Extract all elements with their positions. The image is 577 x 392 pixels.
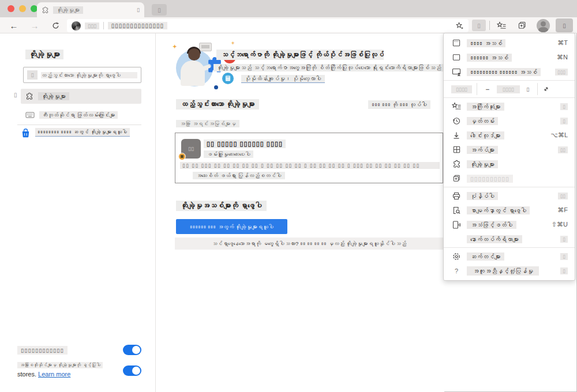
menu-item-new-tab[interactable]: ▯▯▯▯ အသစ် ⌘T: [444, 36, 575, 50]
refresh-button[interactable]: [48, 19, 62, 32]
menu-item-label: စာမျက်နှာတွင် ရှာဖွေပါ: [467, 206, 530, 214]
menu-item-label: တိုးချဲ့မှုများ: [467, 160, 498, 168]
tab-close-icon[interactable]: ▯: [137, 7, 140, 13]
print-icon: [451, 191, 462, 201]
sidebar-item-extensions[interactable]: တိုးချဲ့မှုများ: [21, 89, 141, 104]
hero-learn-more-link[interactable]: ပိုမိုထိန်းချုပ်မှု၊ ပိုမိုလေ့လာပါ: [241, 75, 325, 83]
discover-heading: တိုးချဲ့မှုအသစ်များကို ရှာဖွေပါ: [176, 201, 267, 211]
collections-icon: [518, 21, 527, 30]
stores-text: stores.: [17, 371, 36, 378]
menu-divider: [444, 247, 575, 248]
menu-shortcut: ⌘F: [557, 206, 568, 214]
allow-other-stores-label-line2: stores. Learn more: [17, 371, 70, 378]
menu-item-collections[interactable]: ▯▯▯▯▯▯▯▯▯▯: [444, 171, 575, 186]
search-box[interactable]: ▯: [23, 67, 141, 83]
laptop-icon: [199, 43, 212, 51]
menu-item-help-and-feedback[interactable]: ? အကူအညီနှင့်တုံ့ပြန်မှု ▯: [444, 263, 575, 278]
menu-shortcut: ▯: [560, 118, 568, 125]
titlebar: တိုးချဲ့မှုများ ▯ ▯: [0, 0, 577, 17]
sidebar-item-label: တိုးချဲ့မှုများ: [38, 92, 69, 100]
submenu-arrow: ▯: [560, 236, 568, 243]
address-divider: [103, 22, 104, 29]
menu-item-find-on-page[interactable]: စာမျက်နှာတွင် ရှာဖွေပါ ⌘F: [444, 203, 575, 217]
view-control[interactable]: ▯▯▯ ▯▯▯ ကို ▯▯▯ လုပ်ပါ: [368, 100, 430, 109]
zoom-label: ▯▯▯▯: [451, 85, 472, 93]
zoom-divider: [477, 83, 477, 95]
search-icon: ▯: [27, 70, 38, 80]
menu-item-history[interactable]: မှတ်တမ်း ▯: [444, 114, 575, 128]
menu-item-label: အကြိုက်ဆုံးများ: [467, 103, 504, 111]
extension-subtitle: ဖမ်းဖြူးမှုလေးလေးပေးပါ: [204, 150, 253, 158]
browser-menu: ▯▯▯▯ အသစ် ⌘T ▯▯▯▯▯▯ အသစ် ⌘N ▯▯▯▯▯▯▯▯▯ ▯▯…: [443, 33, 575, 281]
sparkle-icon: +: [231, 40, 234, 46]
menu-item-extensions[interactable]: တိုးချဲ့မှုများ: [444, 157, 575, 171]
zoom-out-button[interactable]: −: [482, 85, 493, 93]
sidebar-item-get-extensions[interactable]: ▯▯▯▯▯▯▯▯ ▯▯▯▯ ဆတွင် တိုးချဲ့မှုများရယူပါ: [21, 128, 143, 138]
favorites-icon: [451, 101, 462, 111]
collections-icon: [451, 174, 462, 183]
hero-title: သင့်ဘရောက်ဇာကို တိုးချဲ့မှုများဖြင့် ကို…: [216, 50, 384, 60]
developer-mode-toggle[interactable]: [123, 345, 141, 355]
search-input[interactable]: [41, 72, 137, 78]
url-text: ▯▯▯▯▯▯▯▯▯▯▯▯▯▯: [108, 22, 167, 29]
menu-shortcut: ⌥⌘L: [550, 131, 568, 139]
menu-item-apps[interactable]: အက်ပ်များ ▯▯: [444, 142, 575, 157]
sparkle-icon: ✦: [173, 44, 177, 50]
back-button[interactable]: ←: [7, 19, 21, 32]
allow-other-stores-toggle[interactable]: [123, 365, 141, 376]
get-extensions-link[interactable]: ▯▯▯▯▯▯▯▯ ▯▯▯▯ ဆတွင် တိုးချဲ့မှုများရယူပါ: [35, 128, 130, 137]
minimize-window-button[interactable]: [19, 5, 26, 12]
sidebar-item-keyboard-shortcuts[interactable]: ကီးဘုတ်ဆိုင်ရာ ဖြတ်လမ်းကြောင်းများ: [21, 108, 141, 121]
browser-tab[interactable]: တိုးချဲ့မှုများ ▯: [37, 2, 144, 17]
new-tab-icon: [451, 38, 462, 48]
learn-more-link[interactable]: Learn more: [38, 371, 70, 378]
menu-item-print[interactable]: ပုံနှိပ်ပါ ▯▯: [444, 189, 575, 203]
menu-shortcut: ▯▯: [558, 146, 568, 153]
person-body: [181, 61, 205, 86]
menu-shortcut: ▯▯▯: [555, 69, 568, 76]
footer-note: သင်ရှာဖွေနေသောအရာကို မတွေ့ရှိပါသလား? ▯▯ …: [175, 238, 443, 250]
add-favorite-button[interactable]: [455, 21, 464, 30]
menu-item-new-inprivate-window[interactable]: ▯▯▯▯▯▯▯▯▯ ▯▯▯▯▯▯ အသစ် ▯▯▯: [444, 65, 575, 79]
extension-actions[interactable]: အသေးစိတ် ဖယ်ရှား ပြန်လည်စတင်ပါ: [193, 172, 285, 179]
menu-item-read-aloud[interactable]: အသံဖြင့်ဖတ်ပါ ⇧⌘U: [444, 217, 575, 232]
installed-extensions-heading: ထည့်သွင်းထားသော တိုးချဲ့မှုများ: [176, 99, 259, 110]
puzzle-icon: [451, 159, 462, 169]
address-bar[interactable]: ▯▯▯ ▯▯▯▯▯▯▯▯▯▯▯▯▯▯: [67, 19, 469, 32]
toolbar-divider: [489, 21, 490, 30]
zoom-in-button[interactable]: ▯: [523, 86, 533, 92]
menu-item-label: ▯▯▯▯▯▯ အသစ်: [467, 54, 512, 62]
edge-logo-icon: [72, 21, 81, 31]
extension-toolbar-button[interactable]: ▯: [472, 20, 486, 31]
close-window-button[interactable]: [8, 5, 14, 12]
menu-item-new-window[interactable]: ▯▯▯▯▯▯ အသစ် ⌘N: [444, 50, 575, 65]
favorites-list-icon: [497, 21, 507, 30]
menu-divider: [444, 97, 575, 98]
zoom-value: ▯▯▯▯: [497, 85, 520, 93]
menu-item-settings[interactable]: ဆက်တင်များ ▯: [444, 249, 575, 263]
new-tab-button[interactable]: ▯: [152, 4, 167, 16]
collections-button[interactable]: [515, 19, 530, 32]
apps-icon: [451, 145, 462, 154]
sidebar-item-label: ကီးဘုတ်ဆိုင်ရာ ဖြတ်လမ်းကြောင်းများ: [39, 111, 118, 119]
get-extensions-button[interactable]: ▯▯▯▯▯▯ ▯▯▯ အတွက် တိုးချဲ့မှုများရယူပါ: [176, 219, 287, 234]
settings-and-more-button[interactable]: ▯: [556, 18, 573, 32]
keyboard-icon: [25, 111, 35, 119]
avatar-head: [541, 21, 546, 27]
menu-item-more-tools[interactable]: နောက်ထပ်ကိရိယာများ ▯: [444, 232, 575, 246]
developer-mode-label: ▯▯▯▯▯▯▯▯▯▯▯▯: [17, 346, 68, 355]
puzzle-icon: [42, 6, 49, 14]
favorites-bar-button[interactable]: [494, 19, 509, 32]
menu-item-label: ▯▯▯▯ အသစ်: [467, 39, 505, 47]
tab-title: တိုးချဲ့မှုများ: [53, 6, 83, 14]
extension-card: ▯▯ ▯▯ ▯▯▯▯▯ ▯▯▯▯▯▯ ▯▯▯▯ ဖမ်းဖြူးမှုလေးလေ…: [175, 133, 443, 183]
hero-description: တိုးချဲ့မှုများသည် သင့်ဘရောက်ဇာအတွေ့အကြု…: [213, 64, 443, 71]
menu-item-label: မှတ်တမ်း: [467, 117, 498, 125]
menu-item-downloads[interactable]: ဒေါင်းလုဒ်များ ⌥⌘L: [444, 128, 575, 142]
new-window-icon: [451, 52, 462, 62]
zoom-divider: [537, 83, 538, 95]
profile-avatar[interactable]: [537, 19, 550, 32]
menu-item-favorites[interactable]: အကြိုက်ဆုံးများ ▯: [444, 99, 575, 114]
selection-marker: ▯: [14, 92, 17, 98]
fullscreen-button[interactable]: [542, 85, 550, 93]
